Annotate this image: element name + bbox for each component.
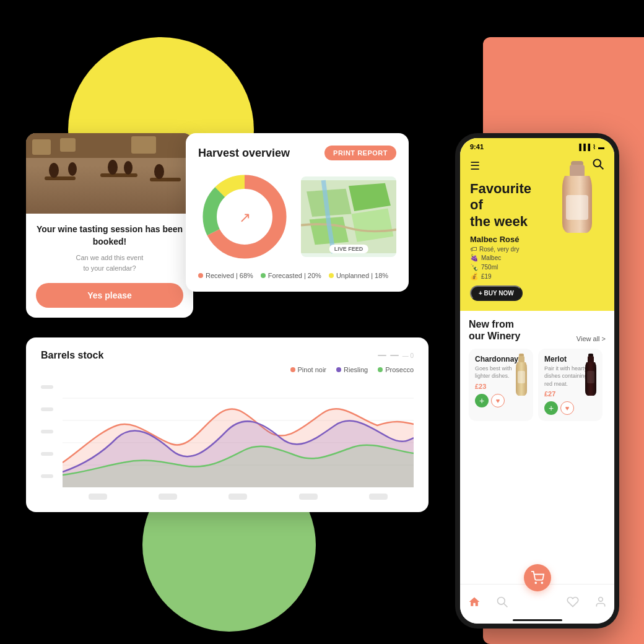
phone-new-wines-section: New fromour Winery View all > Chardonnay… xyxy=(460,311,614,426)
status-icons: ▐▐▐ ⌇ ▬ xyxy=(577,144,604,150)
nav-profile[interactable] xyxy=(594,596,607,608)
type-icon: 🏷 xyxy=(470,245,477,253)
x-label-3 xyxy=(228,494,247,500)
svg-rect-0 xyxy=(26,133,193,214)
svg-rect-32 xyxy=(566,195,588,220)
x-axis xyxy=(63,494,414,500)
section-title: New fromour Winery xyxy=(469,318,520,342)
booking-card-image xyxy=(26,133,193,214)
wine-type-text: Rosé, very dry xyxy=(479,246,519,253)
harvest-header: Harvest overview PRINT REPORT xyxy=(198,146,396,160)
booking-title: Your wine tasting session has been booke… xyxy=(36,224,183,248)
phone-screen: 9:41 ▐▐▐ ⌇ ▬ ☰ Favourite ofthe week xyxy=(460,138,614,624)
cart-button[interactable] xyxy=(524,564,551,591)
x-label-5 xyxy=(369,494,388,500)
svg-point-39 xyxy=(535,582,536,583)
merlot-heart-button[interactable]: ♥ xyxy=(560,401,574,415)
chardonnay-add-button[interactable]: + xyxy=(475,394,489,407)
nav-search[interactable] xyxy=(496,596,508,608)
section-header: New fromour Winery View all > xyxy=(469,318,606,342)
svg-rect-3 xyxy=(100,173,137,177)
merlot-bottle xyxy=(584,354,598,400)
harvest-donut-chart: ↗ xyxy=(198,170,291,263)
booking-subtitle: Can we add this eventto your calendar? xyxy=(36,253,183,273)
svg-point-6 xyxy=(68,162,77,176)
svg-rect-38 xyxy=(587,371,594,383)
wifi-icon: ⌇ xyxy=(593,144,596,150)
wine-details: Malbec Rosé 🏷 Rosé, very dry 🍇 Malbec 🍾 … xyxy=(470,235,604,301)
wine-grape-row: 🍇 Malbec xyxy=(470,254,604,262)
nav-favorites[interactable] xyxy=(567,596,579,608)
cafe-photo xyxy=(26,133,193,214)
grape-icon: 🍇 xyxy=(470,254,479,262)
legend-dot-pinot xyxy=(290,367,295,372)
buy-now-button[interactable]: + BUY NOW xyxy=(470,285,523,301)
legend-unplanned: Unplanned | 18% xyxy=(329,272,388,279)
legend-received: Received | 68% xyxy=(198,272,253,279)
svg-rect-1 xyxy=(26,158,193,214)
wine-price-text: £19 xyxy=(481,273,492,280)
live-feed-badge: LIVE FEED xyxy=(329,245,368,253)
print-report-button[interactable]: PRINT REPORT xyxy=(324,146,396,160)
y-axis xyxy=(41,376,63,487)
legend-prosecco: Prosecco xyxy=(378,366,414,373)
svg-point-5 xyxy=(49,163,59,178)
svg-line-42 xyxy=(503,603,507,607)
view-all-link[interactable]: View all > xyxy=(577,335,606,342)
svg-text:↗: ↗ xyxy=(239,210,251,225)
barrels-legend: Pinot noir Riesling Prosecco xyxy=(41,366,414,373)
hero-title: Favourite ofthe week xyxy=(470,181,544,230)
svg-point-40 xyxy=(541,582,542,583)
booking-card-body: Your wine tasting session has been booke… xyxy=(26,214,193,318)
legend-label-prosecco: Prosecco xyxy=(385,366,414,373)
legend-label-forecasted: Forecasted | 20% xyxy=(268,272,321,279)
merlot-add-button[interactable]: + xyxy=(544,401,558,415)
control-line2 xyxy=(390,355,399,356)
svg-point-7 xyxy=(108,160,118,175)
svg-point-41 xyxy=(497,597,505,604)
barrels-title: Barrels stock xyxy=(41,350,103,361)
merlot-actions: + ♥ xyxy=(544,401,596,415)
harvest-title: Harvest overview xyxy=(198,147,290,160)
yes-please-button[interactable]: Yes please xyxy=(36,283,183,308)
signal-icon: ▐▐▐ xyxy=(577,144,590,150)
booking-card: Your wine tasting session has been booke… xyxy=(26,133,193,318)
hero-bottle xyxy=(552,161,602,242)
chardonnay-card: Chardonnay Goes best with lighter dishes… xyxy=(469,349,533,422)
phone-hero: ☰ Favourite ofthe week xyxy=(460,153,614,311)
legend-label-received: Received | 68% xyxy=(206,272,253,279)
wine-price-row: 💰 £19 xyxy=(470,272,604,281)
svg-rect-2 xyxy=(45,176,76,180)
svg-point-9 xyxy=(154,164,164,179)
svg-rect-4 xyxy=(150,178,181,181)
barrels-chart-svg-container xyxy=(63,376,414,487)
bottle-icon: 🍾 xyxy=(470,263,479,271)
legend-label-riesling: Riesling xyxy=(344,366,368,373)
barrels-header: Barrels stock — 0 xyxy=(41,350,414,361)
x-label-4 xyxy=(299,494,318,500)
merlot-card: Merlot Pair it with hearty dishes contai… xyxy=(538,349,603,422)
x-label-2 xyxy=(159,494,177,500)
svg-point-8 xyxy=(124,161,133,175)
svg-rect-12 xyxy=(131,136,156,154)
svg-rect-35 xyxy=(518,371,525,383)
harvest-map: LIVE FEED xyxy=(301,176,396,257)
wine-size-text: 750ml xyxy=(481,264,498,271)
legend-dot-riesling xyxy=(336,367,341,372)
harvest-legend: Received | 68% Forecasted | 20% Unplanne… xyxy=(198,272,396,279)
x-label-1 xyxy=(89,494,107,500)
y-label-1 xyxy=(41,385,63,389)
legend-dot-unplanned xyxy=(329,273,334,278)
chardonnay-bottle xyxy=(515,354,528,400)
barrels-card: Barrels stock — 0 Pinot noir Riesling Pr… xyxy=(26,337,429,512)
legend-label-unplanned: Unplanned | 18% xyxy=(336,272,388,279)
nav-home[interactable] xyxy=(468,596,481,608)
control-line1 xyxy=(378,355,386,356)
legend-dot-prosecco xyxy=(378,367,383,372)
y-label-3 xyxy=(41,430,63,433)
hamburger-icon[interactable]: ☰ xyxy=(470,159,480,173)
svg-point-43 xyxy=(598,597,603,601)
svg-rect-31 xyxy=(570,165,585,177)
chardonnay-heart-button[interactable]: ♥ xyxy=(491,394,505,407)
control-dash: — 0 xyxy=(402,352,414,359)
